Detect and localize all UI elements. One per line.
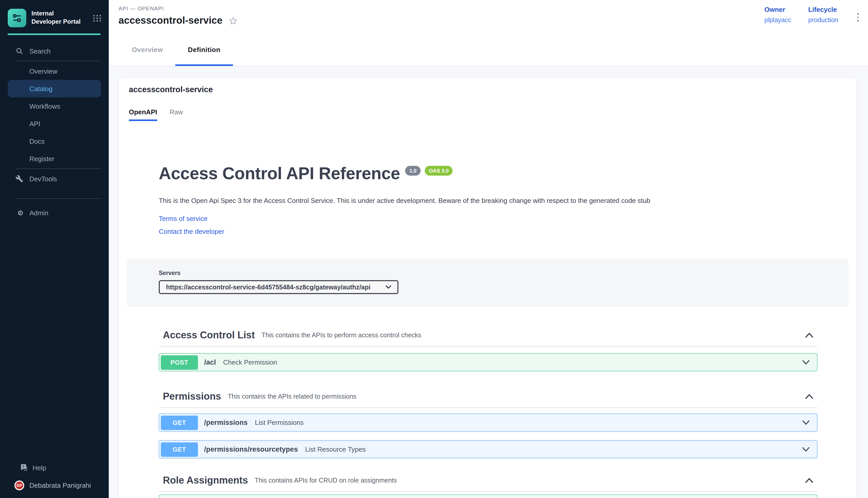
expand-chevron-down-icon[interactable] bbox=[802, 447, 810, 451]
sidebar-item-label: Workflows bbox=[29, 102, 60, 110]
lifecycle-label: Lifecycle bbox=[808, 6, 838, 13]
section-access-control-list[interactable]: Access Control List This contains the AP… bbox=[159, 325, 817, 346]
sidebar-item-label: Admin bbox=[29, 209, 49, 217]
tab-definition[interactable]: Definition bbox=[175, 34, 233, 66]
sidebar-item-search[interactable]: Search bbox=[0, 42, 109, 60]
owner-link[interactable]: plplayacc bbox=[764, 16, 791, 24]
card-title: accesscontrol-service bbox=[129, 85, 857, 94]
sidebar-item-label: Catalog bbox=[29, 85, 53, 92]
help-chat-icon: ? bbox=[20, 463, 28, 472]
collapse-chevron-up-icon[interactable] bbox=[805, 478, 813, 483]
endpoint-path: /permissions bbox=[204, 419, 248, 427]
gear-icon bbox=[15, 209, 24, 217]
section-description: This contains the APIs related to permis… bbox=[228, 393, 356, 400]
api-title: Access Control API Reference bbox=[159, 165, 400, 182]
sidebar-divider bbox=[15, 198, 101, 199]
swagger-operations: Access Control List This contains the AP… bbox=[118, 325, 857, 498]
servers-panel: Servers https://accesscontrol-service-6d… bbox=[127, 259, 848, 307]
method-badge: POST bbox=[161, 355, 198, 369]
page-title: accesscontrol-service bbox=[118, 15, 222, 26]
contact-developer-link[interactable]: Contact the developer bbox=[159, 228, 817, 235]
tab-raw[interactable]: Raw bbox=[169, 108, 183, 121]
endpoint-summary: Check Permission bbox=[223, 358, 277, 366]
brand-underline bbox=[8, 34, 101, 35]
sidebar-item-catalog[interactable]: Catalog bbox=[8, 80, 101, 97]
endpoint-path: /acl bbox=[204, 358, 216, 366]
servers-label: Servers bbox=[159, 270, 848, 276]
sidebar-item-docs[interactable]: Docs bbox=[0, 132, 109, 150]
select-caret-icon bbox=[380, 285, 391, 289]
favorite-star-icon[interactable] bbox=[229, 16, 237, 25]
definition-format-tabs: OpenAPI Raw bbox=[129, 108, 857, 121]
api-description: This is the Open Api Spec 3 for the Acce… bbox=[159, 197, 817, 205]
endpoint-summary: List Resource Types bbox=[305, 445, 366, 453]
circuit-logo-icon bbox=[11, 12, 23, 24]
sidebar-item-label: Overview bbox=[29, 67, 57, 75]
endpoint-get-permissions[interactable]: GET /permissions List Permissions bbox=[159, 414, 817, 432]
user-menu[interactable]: DP Debabrata Panigrahi bbox=[0, 476, 109, 494]
sidebar-item-admin[interactable]: Admin bbox=[0, 204, 109, 221]
sidebar-item-label: Search bbox=[29, 47, 51, 55]
collapse-chevron-up-icon[interactable] bbox=[805, 394, 813, 399]
section-description: This contains APIs for CRUD on role assi… bbox=[255, 477, 397, 484]
definition-card: accesscontrol-service OpenAPI Raw Access… bbox=[118, 78, 857, 498]
owner-meta: Owner plplayacc bbox=[764, 6, 791, 24]
swagger-ui: Access Control API Reference 1.0 OAS 3.0… bbox=[118, 165, 857, 235]
sidebar: Internal Developer Portal Search Overvie… bbox=[0, 0, 109, 498]
sidebar-item-label: API bbox=[29, 120, 40, 128]
sidebar-item-workflows[interactable]: Workflows bbox=[0, 97, 109, 115]
entity-header: API — OPENAPI accesscontrol-service Owne… bbox=[109, 0, 868, 34]
logo-row: Internal Developer Portal bbox=[0, 0, 109, 27]
endpoint-path: /permissions/resourcetypes bbox=[204, 445, 298, 453]
sidebar-item-register[interactable]: Register bbox=[0, 150, 109, 167]
search-icon bbox=[15, 47, 23, 55]
breadcrumb: API — OPENAPI bbox=[118, 5, 164, 11]
sidebar-item-label: Docs bbox=[29, 137, 44, 145]
terms-of-service-link[interactable]: Terms of service bbox=[159, 215, 817, 222]
apps-grid-icon[interactable] bbox=[93, 15, 102, 21]
section-title: Role Assignments bbox=[163, 475, 248, 486]
endpoint-get-permissions-resourcetypes[interactable]: GET /permissions/resourcetypes List Reso… bbox=[159, 440, 817, 458]
section-title: Access Control List bbox=[163, 330, 255, 341]
method-badge: GET bbox=[161, 415, 198, 430]
section-permissions[interactable]: Permissions This contains the APIs relat… bbox=[159, 386, 817, 408]
content-area: accesscontrol-service OpenAPI Raw Access… bbox=[109, 66, 868, 498]
oas-badge: OAS 3.0 bbox=[425, 166, 453, 175]
portal-title: Internal Developer Portal bbox=[31, 10, 82, 26]
sidebar-item-api[interactable]: API bbox=[0, 115, 109, 132]
section-description: This contains the APIs to perform access… bbox=[261, 332, 421, 339]
sidebar-item-label: DevTools bbox=[29, 175, 57, 183]
sidebar-divider bbox=[15, 61, 101, 61]
server-url: https://accesscontrol-service-6d45755484… bbox=[166, 284, 370, 291]
app-root: Internal Developer Portal Search Overvie… bbox=[0, 0, 868, 498]
section-role-assignments[interactable]: Role Assignments This contains APIs for … bbox=[159, 470, 817, 492]
avatar: DP bbox=[14, 480, 24, 490]
endpoint-post-acl[interactable]: POST /acl Check Permission bbox=[159, 353, 817, 371]
user-name: Debabrata Panigrahi bbox=[29, 481, 91, 489]
server-select[interactable]: https://accesscontrol-service-6d45755484… bbox=[159, 280, 398, 294]
wrench-icon bbox=[15, 175, 23, 183]
help-label: Help bbox=[33, 464, 47, 471]
section-title: Permissions bbox=[163, 391, 221, 402]
endpoint-row-clipped[interactable] bbox=[159, 494, 817, 498]
owner-label: Owner bbox=[764, 6, 791, 13]
portal-logo bbox=[8, 9, 26, 27]
lifecycle-meta: Lifecycle production bbox=[808, 6, 838, 24]
svg-text:?: ? bbox=[22, 465, 24, 469]
sidebar-item-label: Register bbox=[29, 155, 54, 162]
expand-chevron-down-icon[interactable] bbox=[802, 420, 810, 425]
main-pane: API — OPENAPI accesscontrol-service Owne… bbox=[109, 0, 868, 498]
entity-tabbar: Overview Definition bbox=[109, 34, 868, 66]
method-badge: GET bbox=[161, 442, 198, 457]
endpoint-summary: List Permissions bbox=[255, 419, 304, 427]
sidebar-divider bbox=[15, 168, 101, 169]
collapse-chevron-up-icon[interactable] bbox=[805, 333, 813, 338]
tab-openapi[interactable]: OpenAPI bbox=[129, 108, 157, 121]
sidebar-item-help[interactable]: ? Help bbox=[0, 459, 109, 476]
version-badge: 1.0 bbox=[405, 166, 421, 175]
sidebar-item-overview[interactable]: Overview bbox=[0, 62, 109, 80]
tab-overview[interactable]: Overview bbox=[124, 34, 170, 66]
sidebar-item-devtools[interactable]: DevTools bbox=[0, 170, 109, 187]
more-options-kebab-icon[interactable] bbox=[856, 12, 860, 22]
expand-chevron-down-icon[interactable] bbox=[802, 360, 810, 365]
